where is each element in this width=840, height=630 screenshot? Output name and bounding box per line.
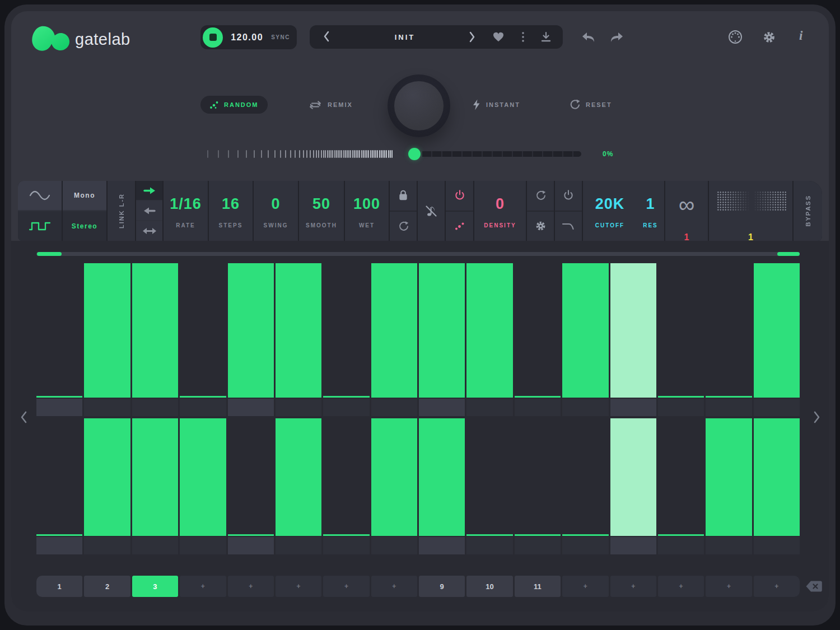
step-upper-7[interactable] — [323, 263, 369, 398]
stop-button[interactable] — [203, 27, 223, 48]
instant-button[interactable]: INSTANT — [472, 96, 520, 114]
step-lower-10[interactable] — [466, 418, 512, 536]
step-lower-14[interactable] — [658, 418, 704, 536]
preset-next-button[interactable] — [469, 31, 475, 43]
lowpass-button[interactable] — [555, 212, 582, 241]
pattern-slot-3[interactable]: 3 — [132, 576, 178, 597]
random-amount-track[interactable] — [422, 151, 581, 157]
step-upper-8[interactable] — [371, 263, 417, 398]
filter-cycle-button[interactable] — [527, 181, 554, 212]
pattern-slot-16[interactable]: + — [754, 576, 800, 597]
step-upper-15[interactable] — [706, 263, 752, 398]
loop-progress-bar[interactable] — [36, 252, 800, 256]
rate-cell[interactable]: 1/16 RATE — [164, 181, 208, 241]
relock-button[interactable] — [390, 212, 417, 241]
swing-cell[interactable]: 0 SWING — [254, 181, 298, 241]
cutoff-control[interactable]: 20K CUTOFF — [583, 181, 637, 241]
info-button[interactable]: i — [799, 29, 802, 43]
step-lower-15[interactable] — [706, 418, 752, 536]
direction-backward-button[interactable] — [136, 201, 162, 220]
pattern-slot-4[interactable]: + — [180, 576, 226, 597]
step-lower-9[interactable] — [419, 418, 465, 536]
pattern-slot-7[interactable]: + — [323, 576, 369, 597]
step-lower-2[interactable] — [84, 418, 130, 536]
mute-note-button[interactable] — [418, 181, 445, 241]
pattern-slot-1[interactable]: 1 — [36, 576, 82, 597]
save-preset-button[interactable] — [540, 31, 552, 43]
pattern-slot-8[interactable]: + — [371, 576, 417, 597]
infinite-cell[interactable]: ∞ 1 — [665, 181, 708, 241]
res-control[interactable]: 1 RES — [637, 181, 664, 241]
density-power-button[interactable] — [446, 181, 473, 212]
step-lower-1[interactable] — [36, 418, 82, 536]
pattern-slot-10[interactable]: 10 — [466, 576, 512, 597]
pattern-slot-9[interactable]: 9 — [419, 576, 465, 597]
mono-button[interactable]: Mono — [63, 181, 106, 210]
lock-button[interactable] — [390, 181, 417, 212]
step-lower-16[interactable] — [754, 418, 800, 536]
noise-cell[interactable]: 1 — [709, 181, 792, 241]
filter-settings-button[interactable] — [527, 212, 554, 241]
direction-pingpong-button[interactable] — [136, 221, 162, 241]
steps-cell[interactable]: 16 STEPS — [209, 181, 253, 241]
delete-pattern-button[interactable] — [805, 580, 823, 592]
wet-cell[interactable]: 100 WET — [345, 181, 389, 241]
step-lower-3[interactable] — [132, 418, 178, 536]
step-lower-4[interactable] — [180, 418, 226, 536]
step-lower-13[interactable] — [610, 418, 656, 536]
step-upper-9[interactable] — [419, 263, 465, 398]
step-upper-2[interactable] — [84, 263, 130, 398]
stereo-button[interactable]: Stereo — [63, 211, 106, 241]
pattern-slot-15[interactable]: + — [706, 576, 752, 597]
sync-toggle[interactable]: SYNC — [271, 34, 290, 40]
square-wave-button[interactable] — [18, 211, 62, 241]
favorite-button[interactable] — [493, 32, 504, 42]
direction-forward-button[interactable] — [136, 181, 162, 200]
step-upper-12[interactable] — [562, 263, 608, 398]
preset-menu-button[interactable] — [521, 31, 525, 43]
pattern-slot-11[interactable]: 11 — [515, 576, 561, 597]
step-lower-5[interactable] — [228, 418, 274, 536]
step-lower-12[interactable] — [562, 418, 608, 536]
midi-settings-button[interactable] — [727, 29, 743, 45]
density-random-button[interactable] — [446, 212, 473, 241]
step-upper-10[interactable] — [466, 263, 512, 398]
step-lower-11[interactable] — [515, 418, 561, 536]
undo-button[interactable] — [581, 31, 596, 43]
redo-button[interactable] — [609, 31, 624, 43]
pattern-slot-6[interactable]: + — [276, 576, 321, 597]
step-upper-13[interactable] — [610, 263, 656, 398]
density-cell[interactable]: 0 DENSITY — [474, 181, 526, 241]
pattern-slot-2[interactable]: 2 — [84, 576, 130, 597]
remix-button[interactable]: REMIX — [309, 96, 353, 114]
settings-button[interactable] — [762, 30, 776, 44]
step-lower-6[interactable] — [276, 418, 321, 536]
random-button[interactable]: RANDOM — [200, 96, 268, 114]
step-upper-4[interactable] — [180, 263, 226, 398]
bypass-button[interactable]: BYPASS — [794, 181, 822, 241]
main-knob[interactable] — [388, 74, 450, 137]
step-upper-3[interactable] — [132, 263, 178, 398]
smooth-cell[interactable]: 50 SMOOTH — [299, 181, 344, 241]
step-upper-16[interactable] — [754, 263, 800, 398]
reset-button[interactable]: RESET — [569, 96, 612, 114]
step-lower-8[interactable] — [371, 418, 417, 536]
step-upper-1[interactable] — [36, 263, 82, 398]
pattern-slot-5[interactable]: + — [228, 576, 274, 597]
link-lr-button[interactable]: LINK L-R — [108, 181, 135, 241]
pattern-slot-12[interactable]: + — [562, 576, 608, 597]
sine-wave-button[interactable] — [18, 181, 62, 210]
preset-prev-button[interactable] — [323, 30, 330, 43]
page-right-button[interactable] — [813, 410, 822, 424]
step-upper-11[interactable] — [515, 263, 561, 398]
step-upper-14[interactable] — [658, 263, 704, 398]
step-lower-7[interactable] — [323, 418, 369, 536]
pattern-slot-14[interactable]: + — [658, 576, 704, 597]
step-upper-6[interactable] — [276, 263, 321, 398]
bpm-value[interactable]: 120.00 — [223, 32, 271, 43]
pattern-slot-13[interactable]: + — [610, 576, 656, 597]
random-amount-slider-handle[interactable] — [408, 148, 421, 160]
filter-power-button[interactable] — [555, 181, 582, 212]
step-upper-5[interactable] — [228, 263, 274, 398]
page-left-button[interactable] — [19, 410, 28, 424]
